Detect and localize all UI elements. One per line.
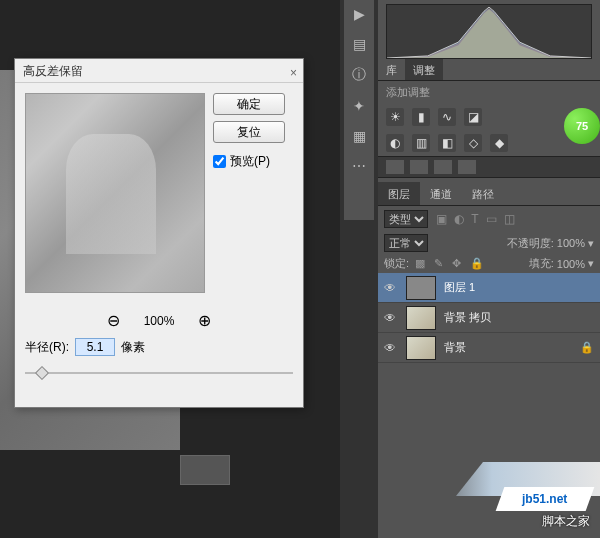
layer-thumbnail[interactable] [406,306,436,330]
badge-circle: 75 [564,108,600,144]
dialog-title: 高反差保留 [23,64,83,78]
opacity-value[interactable]: 100% [557,237,585,249]
layers-panel-tabs: 图层 通道 路径 [378,182,600,206]
preset-icon[interactable] [434,160,452,174]
brush-icon[interactable]: ✦ [353,98,365,114]
badge-value: 75 [576,120,588,132]
histogram [386,4,592,59]
dialog-titlebar[interactable]: 高反差保留 × [15,59,303,83]
zoom-out-icon[interactable]: ⊖ [107,311,120,330]
watermark-text: 脚本之家 [500,513,590,530]
fill-value[interactable]: 100% [557,258,585,270]
preset-icon[interactable] [458,160,476,174]
filter-icons: ▣ ◐ T ▭ ◫ [434,212,517,226]
adjustment-presets [378,156,600,178]
lock-row: 锁定: ▩ ✎ ✥ 🔒 填充: 100% ▾ [378,254,600,273]
layer-name[interactable]: 图层 1 [444,280,475,295]
collapsed-panel-icons: ▶ ▤ ⓘ ✦ ▦ ⋯ [344,0,374,220]
preview-label: 预览(P) [230,153,270,170]
hue-icon[interactable]: ▥ [412,134,430,152]
lock-transparency-icon[interactable]: ▩ [415,257,425,269]
visibility-icon[interactable]: 👁 [384,341,398,355]
zoom-in-icon[interactable]: ⊕ [198,311,211,330]
blend-mode-select[interactable]: 正常 [384,234,428,252]
watermark-logo: jb51.net [496,487,595,511]
lock-icon: 🔒 [580,341,594,354]
info-icon[interactable]: ⓘ [352,66,366,84]
preview-checkbox-row[interactable]: 预览(P) [213,153,285,170]
add-adjustment-label: 添加调整 [378,81,600,104]
swatch-icon[interactable]: ▦ [353,128,366,144]
tab-adjustments[interactable]: 调整 [405,59,443,80]
opacity-label: 不透明度: [507,236,554,251]
brightness-icon[interactable]: ☀ [386,108,404,126]
canvas-thumb [180,455,230,485]
close-icon[interactable]: × [290,61,297,85]
preset-icon[interactable] [386,160,404,174]
right-panels: 库 调整 添加调整 ☀ ▮ ∿ ◪ ◐ ▥ ◧ ◇ ◆ 75 图层 通道 路径 … [378,0,600,538]
slider-track [25,372,293,374]
lock-label: 锁定: [384,257,409,269]
layer-name[interactable]: 背景 [444,340,466,355]
filter-preview[interactable] [25,93,205,293]
zoom-level: 100% [144,314,175,328]
histogram-icon[interactable]: ▤ [353,36,366,52]
high-pass-dialog: 高反差保留 × 确定 复位 预览(P) ⊖ 100% ⊕ 半径(R): 像素 [14,58,304,408]
ok-button[interactable]: 确定 [213,93,285,115]
exposure-icon[interactable]: ◪ [464,108,482,126]
tab-library[interactable]: 库 [378,59,405,80]
preset-icon[interactable] [410,160,428,174]
layer-thumbnail[interactable] [406,276,436,300]
curves-icon[interactable]: ∿ [438,108,456,126]
char-icon[interactable]: ⋯ [352,158,366,174]
reset-button[interactable]: 复位 [213,121,285,143]
channel-mixer-icon[interactable]: ◆ [490,134,508,152]
filter-pixel-icon[interactable]: ▣ [436,212,447,226]
layer-row[interactable]: 👁 背景 🔒 [378,333,600,363]
lock-all-icon[interactable]: 🔒 [470,257,484,269]
chevron-down-icon[interactable]: ▾ [588,257,594,270]
photo-filter-icon[interactable]: ◇ [464,134,482,152]
filter-type-icon[interactable]: T [471,212,478,226]
preview-checkbox[interactable] [213,155,226,168]
slider-thumb[interactable] [35,366,49,380]
layer-name[interactable]: 背景 拷贝 [444,310,491,325]
vibrance-icon[interactable]: ◐ [386,134,404,152]
radius-unit: 像素 [121,339,145,356]
lock-position-icon[interactable]: ✥ [452,257,461,269]
tab-paths[interactable]: 路径 [462,182,504,205]
radius-slider[interactable] [25,366,293,380]
library-tabs: 库 调整 [378,59,600,81]
blend-row: 正常 不透明度: 100% ▾ [378,232,600,254]
radius-label: 半径(R): [25,339,69,356]
lock-pixels-icon[interactable]: ✎ [434,257,443,269]
filter-kind-select[interactable]: 类型 [384,210,428,228]
visibility-icon[interactable]: 👁 [384,281,398,295]
fill-label: 填充: [529,256,554,271]
layer-row[interactable]: 👁 图层 1 [378,273,600,303]
levels-icon[interactable]: ▮ [412,108,430,126]
radius-input[interactable] [75,338,115,356]
chevron-down-icon[interactable]: ▾ [588,237,594,250]
layer-filter-bar: 类型 ▣ ◐ T ▭ ◫ [378,206,600,232]
play-icon[interactable]: ▶ [354,6,365,22]
layer-thumbnail[interactable] [406,336,436,360]
bw-icon[interactable]: ◧ [438,134,456,152]
tab-channels[interactable]: 通道 [420,182,462,205]
visibility-icon[interactable]: 👁 [384,311,398,325]
layer-row[interactable]: 👁 背景 拷贝 [378,303,600,333]
filter-adjust-icon[interactable]: ◐ [454,212,464,226]
watermark: jb51.net 脚本之家 [500,487,590,530]
tab-layers[interactable]: 图层 [378,182,420,205]
layer-list: 👁 图层 1 👁 背景 拷贝 👁 背景 🔒 [378,273,600,363]
filter-smart-icon[interactable]: ◫ [504,212,515,226]
filter-shape-icon[interactable]: ▭ [486,212,497,226]
